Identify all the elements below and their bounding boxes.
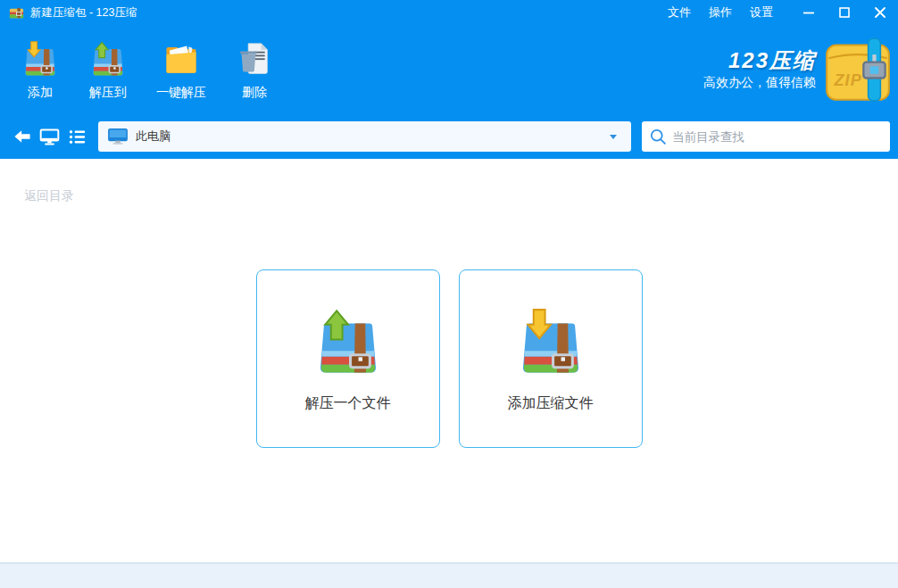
search-icon (649, 128, 668, 146)
maximize-button[interactable] (827, 0, 862, 25)
brand-text: 123压缩 高效办公，值得信赖 (703, 48, 816, 92)
chevron-down-icon[interactable] (610, 135, 617, 139)
extract-to-button[interactable]: 解压到 (79, 35, 137, 105)
navigation-bar: 此电脑 (0, 114, 898, 159)
maximize-icon (839, 7, 850, 18)
archive-extract-icon (312, 305, 385, 378)
extract-file-card[interactable]: 解压一个文件 (256, 269, 440, 448)
archive-add-icon (21, 39, 60, 79)
computer-icon (107, 126, 129, 147)
toolbar: 添加 解压到 一键解压 删除 123压缩 高效办公，值得信赖 (0, 25, 898, 114)
titlebar-left: 新建压缩包 - 123压缩 (9, 5, 137, 21)
app-window: 新建压缩包 - 123压缩 文件 操作 设置 添加 解压 (0, 0, 898, 588)
computer-view-button[interactable] (36, 114, 63, 159)
search-input[interactable] (672, 130, 883, 144)
archive-add-icon (514, 305, 587, 378)
minimize-button[interactable] (791, 0, 827, 25)
app-logo-icon (9, 5, 24, 21)
add-archive-card[interactable]: 添加压缩文件 (459, 269, 643, 448)
titlebar-right: 文件 操作 设置 (668, 0, 898, 25)
delete-button[interactable]: 删除 (225, 35, 284, 105)
statusbar (0, 562, 898, 588)
close-button[interactable] (862, 0, 898, 25)
address-bar[interactable]: 此电脑 (98, 121, 631, 152)
brand-tagline: 高效办公，值得信赖 (703, 75, 816, 91)
menu-file[interactable]: 文件 (668, 4, 691, 21)
menu-settings[interactable]: 设置 (750, 4, 773, 21)
brand-name: 123压缩 (703, 48, 816, 73)
back-button[interactable] (8, 114, 36, 159)
add-button-label: 添加 (28, 85, 53, 101)
delete-button-label: 删除 (242, 85, 267, 101)
monitor-icon (38, 126, 61, 148)
add-button[interactable]: 添加 (11, 35, 70, 105)
window-title: 新建压缩包 - 123压缩 (30, 5, 137, 21)
search-box (642, 121, 890, 152)
extract-file-card-label: 解压一个文件 (305, 394, 391, 413)
minimize-icon (803, 7, 814, 18)
back-to-directory-link[interactable]: 返回目录 (24, 188, 74, 204)
action-cards: 解压一个文件 添加压缩文件 (0, 269, 898, 448)
one-click-extract-button-label: 一键解压 (156, 85, 206, 101)
delete-icon (235, 39, 274, 79)
archive-extract-icon (88, 39, 128, 79)
menu-actions[interactable]: 操作 (709, 4, 732, 21)
one-click-extract-button[interactable]: 一键解压 (146, 35, 216, 105)
address-value: 此电脑 (136, 128, 603, 145)
add-archive-card-label: 添加压缩文件 (508, 394, 594, 413)
close-icon (875, 7, 886, 18)
extract-to-button-label: 解压到 (89, 85, 127, 101)
folder-icon (162, 39, 201, 79)
list-view-button[interactable] (63, 114, 91, 159)
zip-archive-icon (823, 36, 893, 104)
list-icon (67, 127, 87, 147)
toolbar-buttons: 添加 解压到 一键解压 删除 (11, 35, 284, 105)
brand-block: 123压缩 高效办公，值得信赖 (703, 36, 893, 104)
back-arrow-icon (12, 126, 33, 147)
titlebar: 新建压缩包 - 123压缩 文件 操作 设置 (0, 0, 898, 25)
main-content: 返回目录 解压一个文件 添加压缩文件 (0, 159, 898, 562)
